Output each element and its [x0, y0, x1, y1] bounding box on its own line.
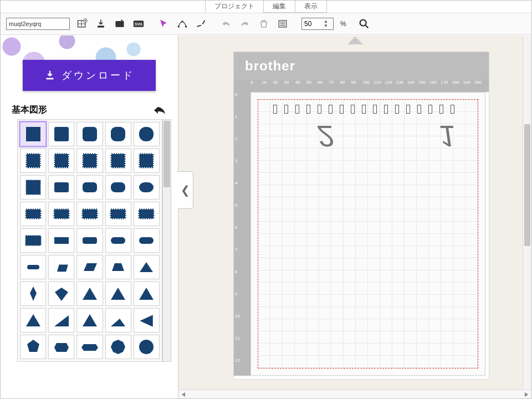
shape-icon — [137, 125, 156, 144]
zoom-input[interactable]: ▲▼ — [301, 18, 334, 30]
shape-cell[interactable] — [20, 308, 46, 332]
shape-cell[interactable] — [48, 122, 74, 146]
shape-cell[interactable] — [76, 175, 103, 200]
shape-cell[interactable] — [105, 122, 131, 146]
notch-shape[interactable] — [428, 105, 432, 114]
svg-rect-13 — [54, 127, 69, 141]
shape-cell[interactable] — [48, 308, 74, 332]
notch-shape[interactable] — [329, 105, 332, 114]
notch-shape[interactable] — [340, 105, 344, 114]
mat-workarea[interactable]: 2 1 — [250, 92, 485, 376]
trash-icon[interactable] — [257, 17, 270, 30]
shape-cell[interactable] — [20, 335, 46, 359]
panel-collapse-handle[interactable]: ❮ — [178, 171, 193, 209]
import-icon[interactable] — [94, 17, 108, 30]
shape-cell[interactable] — [20, 202, 46, 226]
shape-cell[interactable] — [48, 228, 74, 253]
svg-icon[interactable]: SVG — [132, 17, 145, 30]
shape-icon — [137, 337, 156, 356]
redo-icon[interactable] — [238, 17, 252, 30]
back-icon[interactable] — [152, 105, 167, 116]
shape-cell[interactable] — [134, 149, 160, 173]
canvas-scrollbar-vertical[interactable] — [523, 35, 531, 390]
shape-cell[interactable] — [48, 282, 74, 306]
shape-cell[interactable] — [20, 255, 46, 279]
notch-shape[interactable] — [439, 105, 443, 114]
shape-cell[interactable] — [134, 255, 160, 279]
shape-cell[interactable] — [76, 308, 103, 332]
scrollbar-thumb[interactable] — [163, 121, 170, 187]
shape-cell[interactable] — [76, 255, 103, 279]
draw-tool-icon[interactable] — [195, 17, 208, 30]
zoom-search-icon[interactable] — [357, 17, 371, 30]
shape-cell[interactable] — [20, 175, 46, 200]
search-input[interactable] — [6, 18, 70, 30]
shape-cell[interactable] — [48, 149, 74, 173]
shape-icon — [52, 284, 71, 303]
shape-cell[interactable] — [134, 122, 160, 146]
path-tool-icon[interactable] — [176, 17, 189, 30]
shape-cell[interactable] — [76, 228, 103, 253]
shape-cell[interactable] — [20, 122, 46, 146]
zoom-down-icon[interactable]: ▼ — [321, 24, 331, 28]
image-import-icon[interactable] — [113, 17, 126, 30]
shape-cell[interactable] — [105, 282, 131, 306]
download-button[interactable]: ダウンロード — [23, 60, 156, 91]
page-up-arrow-icon[interactable] — [347, 37, 363, 44]
menu-project[interactable]: プロジェクト — [205, 1, 264, 13]
svg-rect-28 — [54, 237, 69, 244]
canvas-scrollbar-horizontal[interactable] — [178, 390, 531, 398]
shape-cell[interactable] — [105, 175, 131, 200]
shape-cell[interactable] — [134, 335, 160, 359]
notch-shape[interactable] — [395, 105, 399, 114]
notch-shape[interactable] — [351, 105, 355, 114]
ruler-tick: 4 — [235, 181, 237, 186]
notch-shape[interactable] — [284, 105, 288, 114]
notch-shape[interactable] — [417, 105, 421, 114]
zoom-value[interactable] — [302, 20, 321, 28]
shape-cell[interactable] — [76, 335, 103, 359]
shape-cell[interactable] — [134, 228, 160, 253]
shapes-scrollbar[interactable] — [162, 119, 171, 362]
notch-shape[interactable] — [306, 105, 310, 114]
notch-shape[interactable] — [384, 105, 388, 114]
shape-cell[interactable] — [134, 308, 160, 332]
shape-cell[interactable] — [20, 149, 46, 173]
shape-cell[interactable] — [20, 228, 46, 253]
notch-shape[interactable] — [373, 105, 377, 114]
shape-cell[interactable] — [105, 255, 131, 279]
shape-cell[interactable] — [105, 149, 131, 173]
ruler-tick: 40 — [295, 80, 306, 92]
shape-cell[interactable] — [134, 175, 160, 200]
shape-cell[interactable] — [48, 202, 74, 226]
notch-shape[interactable] — [273, 105, 277, 114]
cutting-mat[interactable]: brother 01020304050607080901001101201301… — [234, 52, 489, 379]
notch-shape[interactable] — [362, 105, 366, 114]
shape-cell[interactable] — [76, 149, 103, 173]
shape-cell[interactable] — [134, 282, 160, 306]
shape-cell[interactable] — [105, 335, 131, 359]
shape-cell[interactable] — [105, 202, 131, 226]
shape-cell[interactable] — [76, 282, 103, 306]
properties-panel-icon[interactable] — [276, 17, 289, 30]
menu-view[interactable]: 表示 — [295, 1, 327, 13]
notch-shape[interactable] — [451, 105, 454, 114]
menu-edit[interactable]: 編集 — [263, 1, 295, 13]
scrollbar-thumb[interactable] — [524, 124, 530, 246]
shape-cell[interactable] — [76, 122, 103, 146]
shape-cell[interactable] — [105, 308, 131, 332]
undo-icon[interactable] — [219, 17, 233, 30]
notch-shape[interactable] — [318, 105, 321, 114]
shape-cell[interactable] — [48, 335, 74, 359]
zoom-spinner[interactable]: ▲▼ — [321, 19, 331, 28]
pointer-icon[interactable] — [157, 17, 170, 30]
grid-plus-icon[interactable] — [75, 17, 89, 30]
shape-cell[interactable] — [134, 202, 160, 226]
shape-cell[interactable] — [48, 175, 74, 200]
shape-cell[interactable] — [105, 228, 131, 253]
shape-cell[interactable] — [20, 282, 46, 306]
notch-shape[interactable] — [406, 105, 410, 114]
notch-shape[interactable] — [295, 105, 299, 114]
shape-cell[interactable] — [76, 202, 103, 226]
shape-cell[interactable] — [48, 255, 74, 279]
